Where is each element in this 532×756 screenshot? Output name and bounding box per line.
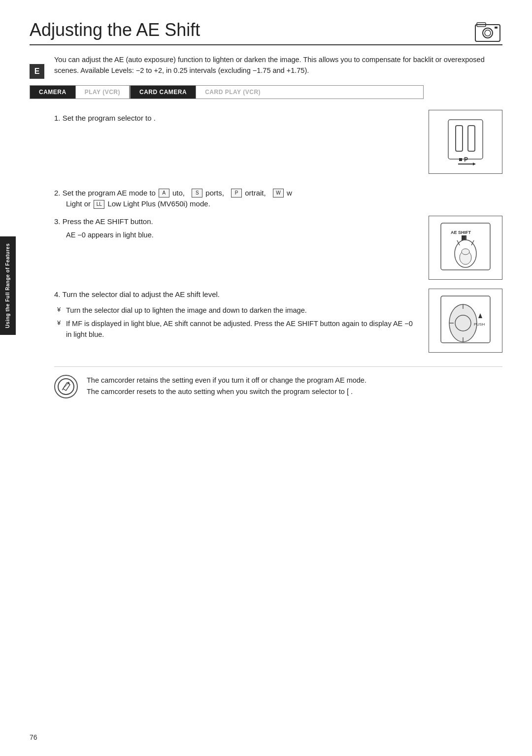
step-2-text: 2. Set the program AE mode to A uto, S p…	[54, 189, 502, 197]
svg-marker-11	[473, 163, 476, 165]
step-1-row: 1. Set the program selector to . P	[54, 110, 502, 174]
svg-text:P: P	[464, 156, 468, 163]
step-4-content: 4. Turn the selector dial to adjust the …	[54, 289, 414, 342]
svg-rect-7	[468, 126, 475, 151]
step-4-image: PUSH	[429, 289, 502, 353]
note-text-2: The camcorder resets to the auto setting…	[87, 388, 353, 395]
mode-icon-auto: A	[159, 189, 169, 197]
svg-rect-6	[456, 126, 463, 151]
page-title: Adjusting the AE Shift	[30, 20, 502, 45]
step-3-sub: AE −0 appears in light blue.	[66, 231, 414, 239]
step-3-row: 3. Press the AE SHIFT button. AE −0 appe…	[54, 216, 502, 280]
mode-play-vcr: PLAY (VCR)	[76, 86, 130, 99]
mode-icon-low-light: LL	[94, 200, 104, 209]
step-4-text: 4. Turn the selector dial to adjust the …	[54, 289, 414, 300]
svg-rect-4	[495, 27, 498, 29]
svg-rect-8	[459, 158, 462, 161]
step-3-text: 3. Press the AE SHIFT button.	[54, 216, 414, 227]
step-3-image: AE SHIFT	[429, 216, 502, 280]
step-2-sub: Light or LL Low Light Plus (MV650i) mode…	[66, 199, 502, 209]
sidebar-label-text: Using the Full Range of Features	[5, 243, 11, 328]
sidebar-label: Using the Full Range of Features	[0, 236, 16, 335]
note-box: The camcorder retains the setting even i…	[54, 366, 502, 398]
mode-icon-portrait: P	[231, 189, 242, 197]
step-1-text: 1. Set the program selector to .	[54, 110, 414, 122]
step-4-block: 4. Turn the selector dial to adjust the …	[54, 289, 502, 353]
svg-rect-5	[448, 120, 483, 159]
svg-line-30	[62, 389, 64, 390]
step-1-image: P	[429, 110, 502, 174]
page-number: 76	[30, 733, 37, 741]
svg-point-3	[485, 30, 491, 36]
step-3-content: 3. Press the AE SHIFT button. AE −0 appe…	[54, 216, 414, 239]
camera-icon-top	[473, 20, 502, 44]
mode-bar: CAMERA PLAY (VCR) CARD CAMERA CARD PLAY …	[30, 85, 424, 99]
mode-card-play-vcr: CARD PLAY (VCR)	[196, 86, 269, 99]
note-icon	[54, 375, 78, 398]
mode-camera: CAMERA	[30, 86, 76, 99]
svg-marker-28	[478, 313, 482, 318]
note-text: The camcorder retains the setting even i…	[87, 375, 366, 397]
svg-text:AE SHIFT: AE SHIFT	[451, 230, 471, 235]
svg-point-20	[462, 249, 469, 255]
step-4-bullet-2: If MF is displayed in light blue, AE shi…	[66, 318, 414, 340]
mode-icon-w: W	[273, 189, 284, 197]
intro-text: You can adjust the AE (auto exposure) fu…	[54, 54, 502, 76]
note-text-1: The camcorder retains the setting even i…	[87, 376, 366, 384]
page-wrapper: Adjusting the AE Shift E You can adjust …	[0, 0, 532, 756]
mode-card-camera: CARD CAMERA	[131, 86, 196, 99]
mode-icon-sports: S	[192, 189, 202, 197]
main-content: 1. Set the program selector to . P	[54, 110, 502, 398]
svg-point-29	[58, 379, 74, 394]
svg-text:PUSH: PUSH	[474, 322, 485, 327]
e-badge: E	[30, 64, 44, 79]
step-2-block: 2. Set the program AE mode to A uto, S p…	[54, 189, 502, 209]
svg-point-2	[483, 28, 493, 38]
step-4-bullet-1: Turn the selector dial up to lighten the…	[66, 305, 414, 316]
